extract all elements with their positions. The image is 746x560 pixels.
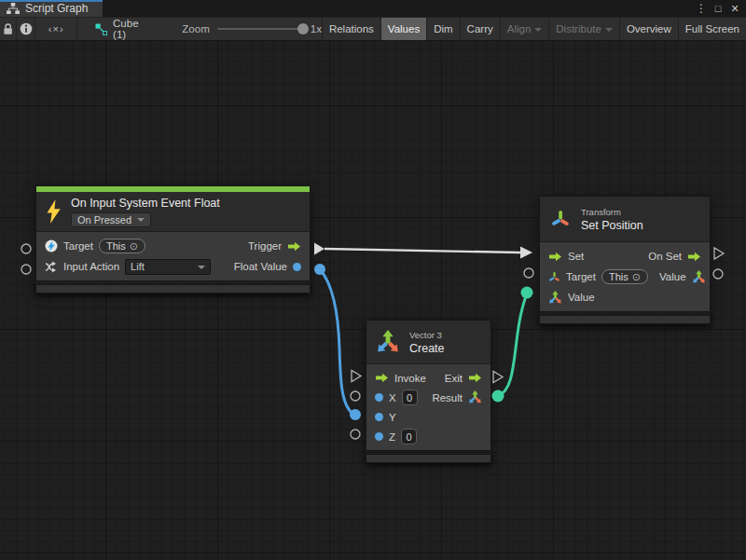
chevron-down-icon (534, 28, 542, 32)
fullscreen-button[interactable]: Full Screen (679, 18, 746, 40)
tab-script-graph[interactable]: Script Graph (0, 0, 103, 17)
chevron-down-icon (198, 266, 205, 269)
flow-arrow-icon (375, 373, 389, 383)
event-mode-dropdown[interactable]: On Pressed (71, 212, 151, 227)
port-result-out[interactable] (492, 390, 504, 403)
float-port-icon (375, 432, 383, 441)
script-graph-asset-icon (95, 23, 107, 35)
port-row-y: Y (366, 407, 490, 427)
node-transform-set-position[interactable]: Transform Set Position Set On Set (539, 196, 711, 324)
tab-label: Script Graph (25, 2, 88, 15)
port-event-inputaction-in[interactable] (21, 265, 31, 274)
dim-button[interactable]: Dim (427, 18, 460, 40)
scope-picker-icon[interactable]: ⊙ (130, 241, 138, 252)
node-title: Create (409, 342, 445, 355)
port-value-out[interactable] (713, 269, 723, 279)
port-exit-out[interactable] (493, 372, 503, 383)
edge-arrowhead-icon (520, 247, 532, 259)
node-title: On Input System Event Float (71, 197, 220, 210)
maximize-icon[interactable]: □ (711, 1, 725, 16)
node-vector3-create[interactable]: Vector 3 Create Invoke Exit (366, 320, 491, 463)
vec3-node-footer (366, 454, 491, 463)
carry-button[interactable]: Carry (461, 18, 501, 40)
toolbar-right-group: Relations Values Dim Carry Align Distrib… (322, 18, 746, 40)
vec3-node-header[interactable]: Vector 3 Create (366, 321, 490, 363)
port-row-target: Target This ⊙ Trigger (36, 236, 310, 256)
flow-arrow-icon (287, 241, 301, 252)
x-value-field[interactable]: 0 (402, 389, 418, 405)
event-node-footer (35, 284, 311, 294)
z-value-field[interactable]: 0 (401, 429, 417, 444)
port-row-input-action: Input Action Lift Float Value (36, 256, 310, 277)
port-trigger-out[interactable] (314, 243, 325, 255)
port-row-value: Value (540, 287, 710, 307)
flow-arrow-icon (687, 252, 701, 262)
vector3-icon (692, 270, 706, 284)
vector3-icon (468, 390, 482, 404)
port-onset-out[interactable] (714, 248, 724, 259)
edge-result-to-value[interactable] (498, 294, 527, 396)
player-input-icon (45, 239, 58, 253)
graph-canvas[interactable]: On Input System Event Float On Pressed (0, 41, 746, 560)
input-action-icon (45, 261, 58, 273)
node-title: Set Position (581, 219, 643, 232)
input-action-dropdown[interactable]: Lift (125, 259, 211, 275)
port-row-target: Target This ⊙ Value (540, 266, 710, 287)
target-object-field[interactable]: This ⊙ (99, 239, 145, 253)
zoom-slider[interactable] (217, 28, 303, 30)
code-brackets-icon: ‹×› (48, 23, 64, 34)
port-event-target-in[interactable] (21, 244, 31, 253)
edge-trigger-to-set[interactable] (325, 249, 520, 253)
graph-toolbar: ‹×› Cube (1) Zoom 1x Relations Values Di… (0, 17, 746, 41)
relations-button[interactable]: Relations (323, 18, 381, 40)
port-floatvalue-out[interactable] (314, 264, 325, 275)
scope-picker-icon[interactable]: ⊙ (632, 272, 641, 282)
graph-name: Cube (1) (113, 18, 139, 40)
active-tab-accent (0, 0, 103, 2)
graph-reference[interactable]: Cube (1) (95, 18, 139, 40)
transform-icon (548, 271, 560, 283)
zoom-value: 1x (311, 23, 322, 34)
transform-icon (549, 208, 572, 230)
port-invoke-in[interactable] (352, 371, 361, 382)
port-x-in[interactable] (351, 391, 360, 401)
setpos-node-header[interactable]: Transform Set Position (540, 197, 710, 241)
port-z-in[interactable] (351, 430, 360, 439)
values-button[interactable]: Values (381, 18, 427, 40)
zoom-slider-thumb[interactable] (297, 23, 309, 34)
info-button[interactable] (17, 18, 35, 40)
lock-button[interactable] (0, 18, 17, 40)
port-row-invoke: Invoke Exit (366, 368, 490, 388)
overview-button[interactable]: Overview (620, 18, 679, 40)
window-menu-icon[interactable]: ⋮ (694, 1, 709, 16)
target-object-field[interactable]: This ⊙ (601, 269, 648, 284)
close-icon[interactable]: ✕ (727, 1, 742, 16)
script-graph-window: Script Graph ⋮ □ ✕ ‹×› (0, 0, 746, 560)
node-subtitle: Vector 3 (409, 330, 445, 340)
setpos-node-footer (539, 315, 711, 324)
float-port-icon (293, 263, 301, 271)
edge-floatvalue-to-y[interactable] (320, 269, 354, 415)
port-setpos-value-in[interactable] (521, 287, 533, 299)
port-row-z: Z 0 (366, 427, 490, 446)
event-node-header[interactable]: On Input System Event Float On Pressed (36, 192, 310, 231)
titlebar: Script Graph ⋮ □ ✕ (0, 0, 746, 17)
chevron-down-icon (137, 218, 145, 222)
vector3-icon (376, 330, 400, 354)
node-on-input-system-event-float[interactable]: On Input System Event Float On Pressed (35, 185, 311, 294)
port-setpos-target-in[interactable] (524, 268, 533, 278)
port-y-in[interactable] (350, 409, 361, 420)
align-button[interactable]: Align (501, 18, 550, 40)
port-row-set: Set On Set (540, 246, 710, 266)
info-icon (20, 22, 33, 35)
zoom-label: Zoom (182, 23, 209, 34)
port-row-x: X 0 Result (366, 388, 490, 407)
float-port-icon (375, 413, 383, 421)
distribute-button[interactable]: Distribute (549, 18, 620, 40)
lightning-bolt-icon (46, 199, 62, 224)
flow-arrow-icon (468, 373, 482, 383)
graph-icon (7, 3, 20, 14)
code-preview-button[interactable]: ‹×› (35, 18, 77, 40)
node-subtitle: Transform (581, 207, 643, 217)
flow-arrow-icon (548, 252, 562, 262)
